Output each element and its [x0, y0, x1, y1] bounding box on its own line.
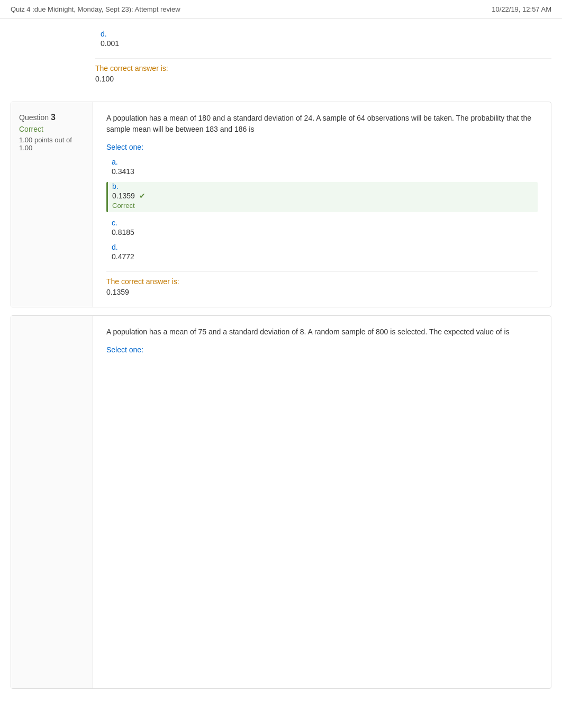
question-4-text: A population has a mean of 75 and a stan… [106, 326, 538, 338]
question-3-correct-answer-label: The correct answer is: [106, 277, 538, 286]
prev-option-d-label: d. [101, 30, 551, 38]
prev-option-d: d. 0.001 [95, 30, 551, 48]
question-3-correct-answer-value: 0.1359 [106, 288, 538, 296]
question-4-block: A population has a mean of 75 and a stan… [11, 315, 551, 689]
question-3-select-one: Select one: [106, 143, 538, 151]
question-3-block: Question 3 Correct 1.00 points out of 1.… [11, 102, 551, 307]
question-3-option-b: b. 0.1359 ✔ Correct [106, 182, 538, 212]
question-3-body: A population has a mean of 180 and a sta… [93, 102, 551, 307]
check-icon: ✔ [139, 192, 146, 200]
question-3-options: a. 0.3413 b. 0.1359 ✔ Correct c. 0.8185 [106, 158, 538, 261]
option-c-label: c. [112, 219, 538, 227]
option-a-value: 0.3413 [112, 167, 538, 176]
prev-option-d-value: 0.001 [101, 39, 551, 48]
question-3-points: 1.00 points out of 1.00 [19, 136, 85, 152]
main-content: d. 0.001 The correct answer is: 0.100 Qu… [0, 19, 562, 689]
question-3-option-d: d. 0.4772 [106, 243, 538, 261]
option-a-label: a. [112, 158, 538, 166]
prev-question-fragment: d. 0.001 The correct answer is: 0.100 [11, 19, 551, 94]
question-3-status: Correct [19, 125, 85, 133]
question-3-option-c: c. 0.8185 [106, 219, 538, 236]
quiz-title: Quiz 4 :due Midnight, Monday, Sept 23): … [11, 5, 180, 13]
timestamp: 10/22/19, 12:57 AM [492, 5, 551, 13]
question-3-option-a: a. 0.3413 [106, 158, 538, 176]
question-3-correct-answer: The correct answer is: 0.1359 [106, 271, 538, 296]
question-4-sidebar [11, 316, 93, 688]
option-c-value: 0.8185 [112, 228, 538, 236]
question-3-text: A population has a mean of 180 and a sta… [106, 113, 538, 135]
prev-correct-answer-section: The correct answer is: 0.100 [95, 58, 551, 83]
prev-correct-answer-value: 0.100 [95, 75, 551, 83]
question-4-select-one: Select one: [106, 345, 538, 354]
question-3-sidebar: Question 3 Correct 1.00 points out of 1.… [11, 102, 93, 307]
question-3-number: Question 3 [19, 113, 85, 122]
option-b-label: b. [112, 182, 538, 190]
option-d-label: d. [112, 243, 538, 251]
page-header: Quiz 4 :due Midnight, Monday, Sept 23): … [0, 0, 562, 19]
prev-correct-answer-label: The correct answer is: [95, 64, 551, 72]
correct-badge: Correct [112, 202, 538, 210]
option-b-value: 0.1359 ✔ [112, 192, 538, 200]
option-d-value: 0.4772 [112, 252, 538, 261]
question-4-body: A population has a mean of 75 and a stan… [93, 316, 551, 688]
